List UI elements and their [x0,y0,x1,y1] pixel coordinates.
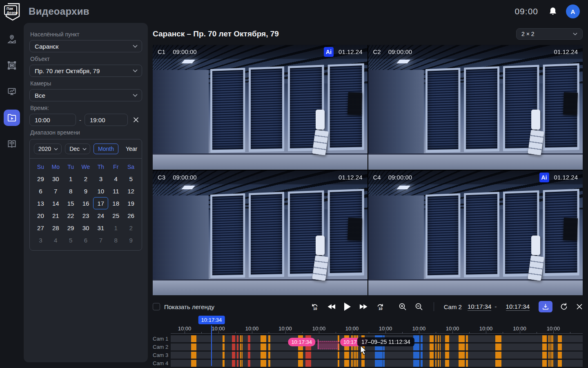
calendar-day[interactable]: 15 [63,197,78,209]
recording-segment [268,352,270,359]
timeline-track-cam3[interactable]: Cam 3 [171,352,583,359]
sidebar-item-map[interactable] [4,31,20,47]
calendar-day[interactable]: 23 [78,209,94,222]
calendar-day[interactable]: 20 [33,209,48,222]
calendar-day[interactable]: 14 [48,197,63,209]
location-select[interactable]: Саранск [29,40,142,52]
calendar-day[interactable]: 9 [123,234,138,246]
calendar-day[interactable]: 10 [93,185,108,197]
year-select[interactable]: 2020 [34,144,62,154]
calendar-day[interactable]: 21 [48,209,63,222]
mouse-cursor [360,345,368,357]
selection-region[interactable] [318,341,339,349]
timeline-track-cam4[interactable]: Cam 4 [171,360,583,367]
calendar-day[interactable]: 30 [48,173,63,185]
calendar-day[interactable]: 22 [63,209,78,222]
calendar-day[interactable]: 24 [93,209,108,222]
sidebar-item-journal[interactable] [4,136,20,152]
calendar-day[interactable]: 1 [108,222,123,234]
calendar-day[interactable]: 5 [123,173,138,185]
camera-view-c1[interactable]: C1 09:00:00 Ai 01.12.24 [153,45,368,170]
calendar-day[interactable]: 3 [93,173,108,185]
calendar-day-selected[interactable]: 17 [93,197,108,209]
calendar-day[interactable]: 30 [78,222,94,234]
calendar-day[interactable]: 8 [63,185,78,197]
svg-text:Пак: Пак [7,7,13,11]
close-button[interactable] [576,303,583,310]
timeline-ruler[interactable]: 10:0010:0010:0010:0010:0010:0010:0010:00… [171,325,583,334]
weekday-label: Sa [123,164,138,170]
calendar-day[interactable]: 13 [33,197,48,209]
object-select[interactable]: Пр. 70 лет Октября, 79 [29,65,142,77]
calendar-day[interactable]: 7 [48,185,63,197]
grid-layout-select[interactable]: 2 × 2 [516,28,583,40]
calendar-day[interactable]: 2 [78,173,94,185]
avatar[interactable]: A [566,4,580,18]
selected-cam-label: Cam 2 [444,303,462,310]
calendar-day[interactable]: 12 [123,185,138,197]
calendar-day[interactable]: 5 [63,234,78,246]
selection-start-badge[interactable]: 10:17:34 [288,338,315,346]
calendar-day[interactable]: 19 [123,197,138,209]
sidebar-item-monitoring[interactable] [4,83,20,100]
recording-segment [558,360,562,367]
cameras-select[interactable]: Все [29,89,142,101]
rewind-button[interactable] [327,304,336,310]
calendar-day[interactable]: 28 [48,222,63,234]
time-from-input[interactable]: 10:00 [29,114,76,126]
calendar-day[interactable]: 29 [63,222,78,234]
calendar-day[interactable]: 25 [108,209,123,222]
show-legend-checkbox[interactable] [153,303,160,310]
camera-view-c3[interactable]: C3 09:00:00 Ai 01.12.24 [153,171,368,295]
camera-feed-image [368,171,583,295]
tab-month[interactable]: Month [94,144,118,154]
calendar-day[interactable]: 4 [108,173,123,185]
zoom-out-button[interactable] [415,303,423,311]
calendar-day[interactable]: 7 [93,234,108,246]
calendar-day[interactable]: 9 [78,185,94,197]
calendar-day[interactable]: 4 [48,234,63,246]
forward-10-button[interactable]: 10 [376,302,385,311]
calendar-day[interactable]: 16 [78,197,94,209]
playhead-line[interactable] [211,325,212,366]
recording-segment [445,343,449,350]
calendar-day[interactable]: 26 [123,209,138,222]
download-button[interactable] [539,301,552,312]
selection-start-time[interactable]: 10:17:34 [468,303,491,311]
calendar-day[interactable]: 1 [63,173,78,185]
calendar-day[interactable]: 31 [93,222,108,234]
recording-segment [430,335,434,342]
calendar-day[interactable]: 27 [33,222,48,234]
calendar-day[interactable]: 2 [123,222,138,234]
notifications-bell-icon[interactable] [549,7,557,16]
selection-end-time[interactable]: 10:17:34 [506,303,530,311]
calendar-day[interactable]: 29 [33,173,48,185]
replay-10-button[interactable]: 10 [310,302,319,311]
time-to-input[interactable]: 19:00 [85,114,128,126]
ruler-minor-tick [235,332,236,333]
calendar-day[interactable]: 11 [108,185,123,197]
sidebar-item-plan[interactable] [4,57,20,74]
camera-view-c2[interactable]: C2 09:00:00 Ai 01.12.24 [368,45,583,170]
calendar-day[interactable]: 3 [33,234,48,246]
refresh-button[interactable] [560,303,568,311]
play-button[interactable] [344,303,351,311]
playhead-time-badge[interactable]: 10:17:34 [198,316,225,324]
sidebar-item-video-archive[interactable] [4,110,20,126]
calendar-day[interactable]: 8 [108,234,123,246]
fast-forward-button[interactable] [359,304,368,310]
recording-segment [548,343,550,350]
ruler-tick-label: 10:00 [278,325,292,332]
recording-segment [242,360,243,367]
weekday-label: We [78,164,94,170]
camera-view-c4[interactable]: C4 09:00:00 Ai 01.12.24 [368,171,583,295]
tab-year[interactable]: Year [122,144,141,154]
time-clear-icon[interactable] [133,117,139,123]
zoom-in-button[interactable] [399,303,407,311]
month-select[interactable]: Dec [65,144,90,154]
calendar-day[interactable]: 18 [108,197,123,209]
recording-segment [344,360,349,367]
recording-segment [495,335,501,342]
calendar-day[interactable]: 6 [33,185,48,197]
calendar-day[interactable]: 6 [78,234,94,246]
